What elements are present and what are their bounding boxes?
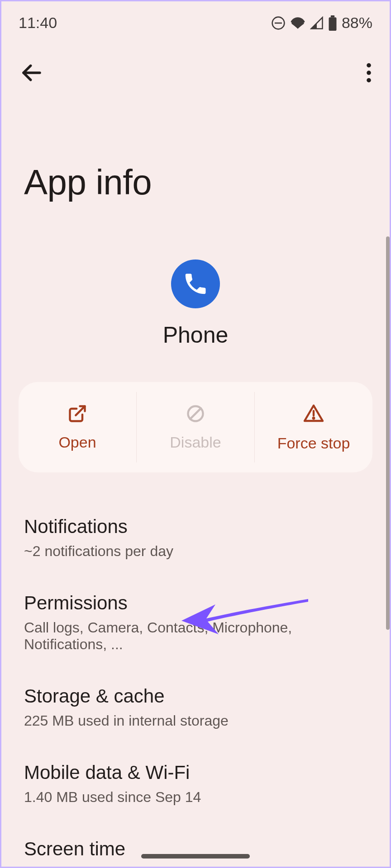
back-button[interactable]	[19, 61, 44, 85]
app-header: Phone	[1, 259, 390, 348]
more-options-button[interactable]	[366, 63, 372, 83]
battery-icon	[328, 15, 337, 31]
force-stop-button[interactable]: Force stop	[255, 382, 372, 472]
page-title: App info	[1, 85, 390, 203]
svg-point-5	[367, 63, 371, 68]
status-time: 11:40	[19, 14, 57, 32]
svg-rect-3	[329, 17, 336, 31]
svg-point-6	[367, 71, 371, 75]
list-item-notifications[interactable]: Notifications ~2 notifications per day	[24, 500, 367, 576]
svg-point-7	[367, 78, 371, 83]
item-title: Notifications	[24, 516, 367, 538]
force-stop-label: Force stop	[277, 434, 350, 452]
list-item-screen-time[interactable]: Screen time Less than 1 minute today	[24, 822, 367, 868]
wifi-icon	[290, 15, 305, 31]
app-bar	[1, 32, 390, 85]
svg-point-12	[313, 417, 314, 418]
nav-bar-handle[interactable]	[141, 854, 250, 859]
scroll-indicator	[386, 236, 390, 630]
disable-label: Disable	[170, 434, 221, 451]
cellular-icon	[310, 16, 324, 30]
item-subtitle: 1.40 MB used since Sep 14	[24, 789, 367, 806]
svg-line-10	[190, 408, 201, 419]
status-bar: 11:40 88%	[1, 1, 390, 32]
open-button[interactable]: Open	[19, 382, 136, 472]
settings-list: Notifications ~2 notifications per day P…	[1, 500, 390, 868]
item-subtitle: ~2 notifications per day	[24, 543, 367, 560]
open-label: Open	[58, 434, 96, 451]
item-title: Mobile data & Wi-Fi	[24, 762, 367, 783]
warning-icon	[303, 403, 324, 426]
open-icon	[67, 404, 87, 425]
item-title: Storage & cache	[24, 685, 367, 707]
svg-line-8	[76, 406, 85, 415]
list-item-mobile-data[interactable]: Mobile data & Wi-Fi 1.40 MB used since S…	[24, 745, 367, 822]
dnd-icon	[271, 16, 286, 30]
item-subtitle: 225 MB used in internal storage	[24, 712, 367, 729]
app-icon	[171, 259, 220, 308]
item-subtitle: Call logs, Camera, Contacts, Microphone,…	[24, 619, 367, 653]
list-item-permissions[interactable]: Permissions Call logs, Camera, Contacts,…	[24, 576, 367, 669]
item-title: Permissions	[24, 592, 367, 614]
disable-icon	[186, 404, 205, 425]
battery-percent: 88%	[342, 14, 372, 32]
app-name: Phone	[163, 322, 229, 348]
list-item-storage-cache[interactable]: Storage & cache 225 MB used in internal …	[24, 669, 367, 745]
item-subtitle: Less than 1 minute today	[24, 865, 367, 868]
svg-rect-2	[331, 15, 335, 17]
action-row: Open Disable Force stop	[19, 382, 372, 472]
status-right: 88%	[271, 14, 372, 32]
disable-button: Disable	[137, 382, 254, 472]
